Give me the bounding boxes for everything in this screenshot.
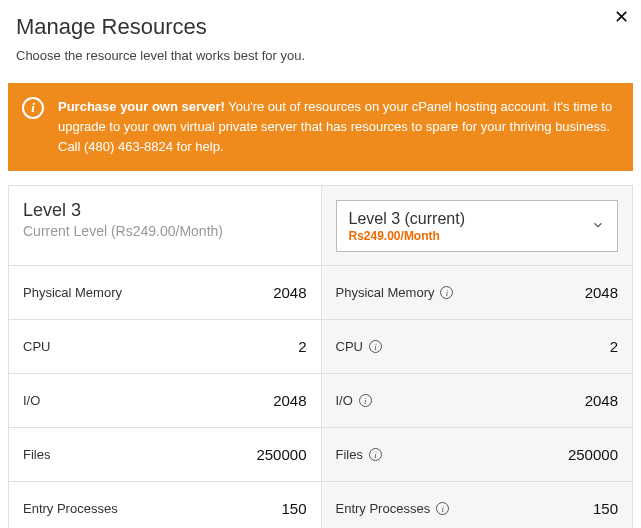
row-label: I/O <box>23 393 40 408</box>
table-row: CPU 2 <box>9 320 321 374</box>
table-row: Files i 250000 <box>322 428 633 482</box>
row-value: 150 <box>593 500 618 517</box>
row-value: 150 <box>281 500 306 517</box>
row-value: 2048 <box>585 284 618 301</box>
info-icon[interactable]: i <box>440 286 453 299</box>
row-label: Entry Processes <box>23 501 118 516</box>
row-label: CPU i <box>336 339 382 354</box>
selected-level-header: Level 3 (current) Rs249.00/Month <box>322 186 633 266</box>
row-value: 250000 <box>568 446 618 463</box>
info-icon[interactable]: i <box>359 394 372 407</box>
row-label: Physical Memory <box>23 285 122 300</box>
info-icon: i <box>22 97 44 119</box>
selected-level-column: Level 3 (current) Rs249.00/Month Physica… <box>321 186 633 528</box>
info-icon[interactable]: i <box>369 448 382 461</box>
table-row: I/O 2048 <box>9 374 321 428</box>
row-value: 2 <box>298 338 306 355</box>
table-row: Physical Memory 2048 <box>9 266 321 320</box>
row-value: 2048 <box>273 392 306 409</box>
row-label: CPU <box>23 339 50 354</box>
row-label: Files i <box>336 447 382 462</box>
row-value: 2048 <box>585 392 618 409</box>
row-label: Files <box>23 447 50 462</box>
row-value: 2 <box>610 338 618 355</box>
table-row: Files 250000 <box>9 428 321 482</box>
banner-strong-text: Purchase your own server! <box>58 99 225 114</box>
dropdown-price-label: Rs249.00/Month <box>349 229 466 243</box>
info-icon[interactable]: i <box>436 502 449 515</box>
current-level-column: Level 3 Current Level (Rs249.00/Month) P… <box>9 186 321 528</box>
dialog-header: Manage Resources Choose the resource lev… <box>0 0 641 83</box>
table-row: Physical Memory i 2048 <box>322 266 633 320</box>
compare-table: Level 3 Current Level (Rs249.00/Month) P… <box>8 185 633 528</box>
close-icon[interactable]: ✕ <box>614 6 629 28</box>
page-title: Manage Resources <box>16 14 625 40</box>
current-level-title: Level 3 <box>23 200 307 221</box>
row-label: I/O i <box>336 393 372 408</box>
level-dropdown[interactable]: Level 3 (current) Rs249.00/Month <box>336 200 619 252</box>
current-level-sub: Current Level (Rs249.00/Month) <box>23 223 307 239</box>
row-label: Physical Memory i <box>336 285 454 300</box>
current-level-header: Level 3 Current Level (Rs249.00/Month) <box>9 186 321 266</box>
table-row: CPU i 2 <box>322 320 633 374</box>
row-value: 2048 <box>273 284 306 301</box>
upsell-banner: i Purchase your own server! You're out o… <box>8 83 633 171</box>
table-row: I/O i 2048 <box>322 374 633 428</box>
chevron-down-icon <box>591 218 605 235</box>
page-subtitle: Choose the resource level that works bes… <box>16 48 625 63</box>
dropdown-level-label: Level 3 (current) <box>349 210 466 228</box>
info-icon[interactable]: i <box>369 340 382 353</box>
row-value: 250000 <box>256 446 306 463</box>
table-row: Entry Processes 150 <box>9 482 321 528</box>
row-label: Entry Processes i <box>336 501 450 516</box>
table-row: Entry Processes i 150 <box>322 482 633 528</box>
